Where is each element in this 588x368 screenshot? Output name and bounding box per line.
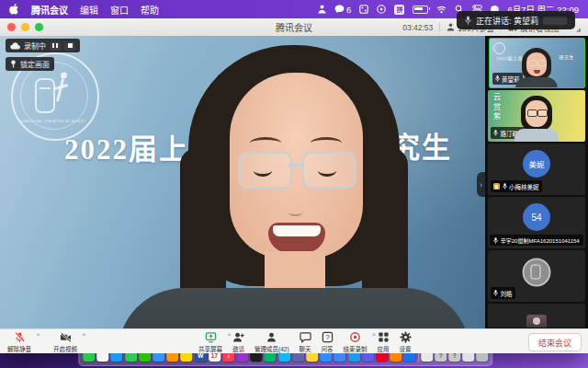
settings-button[interactable]: 设置 (400, 331, 412, 353)
stop-recording-button[interactable] (64, 41, 75, 51)
mic-icon (503, 183, 507, 190)
desktop: 腾讯会议 编辑 窗口 帮助 6 拼 (0, 0, 588, 368)
camera-off-icon (60, 331, 72, 343)
participant-avatar: 54 (523, 203, 550, 231)
menu-help[interactable]: 帮助 (141, 3, 159, 17)
participant-avatar (526, 315, 547, 328)
invite-button[interactable]: 邀请 (232, 331, 244, 353)
share-screen-icon (205, 331, 217, 343)
battery-icon (413, 6, 428, 14)
chevron-up-icon[interactable]: ^ (37, 332, 40, 339)
participant-tile-5[interactable]: 刘皓 (488, 250, 585, 302)
svg-text:?: ? (325, 333, 329, 341)
participants-sidebar: 2022届上海 研究生 黄望莉 云赏紫 (485, 36, 588, 329)
meeting-timer: 03:42:53 (402, 23, 433, 32)
recording-label: 录制中 (24, 40, 46, 51)
cloud-record-icon (10, 42, 20, 50)
recording-badge: 录制中 (6, 39, 80, 52)
chat-icon (300, 331, 311, 343)
participant-tile-4[interactable]: 54 辛宇20摄制MFA1620151041154 (488, 197, 585, 248)
user-status-icon[interactable] (318, 5, 326, 14)
mic-icon (493, 290, 498, 296)
speaking-toast-label: 正在讲话: 黄望莉 (476, 15, 538, 27)
menu-app-name[interactable]: 腾讯会议 (31, 3, 68, 17)
share-screen-button[interactable]: 共享屏幕 ^ (198, 331, 222, 353)
menu-edit[interactable]: 编辑 (80, 3, 98, 17)
tile-bg-text: 研究生 (560, 53, 575, 60)
chat-button[interactable]: 聊天 (300, 331, 311, 353)
qa-icon: ? (322, 331, 334, 343)
qa-button[interactable]: ? 问答 (322, 331, 334, 353)
participant-tile-3[interactable]: 美妮 小梅林美妮 (488, 144, 585, 195)
speaker-face (230, 73, 363, 259)
wechat-status-icon[interactable]: 6 (334, 5, 351, 15)
participant-tile-2[interactable]: 云赏紫 路汀韓妮 (488, 90, 585, 142)
raise-hand-icon (493, 183, 500, 190)
pinned-view-badge: 锁定画面 (6, 57, 54, 71)
participant-avatar-seal (523, 258, 551, 286)
meeting-window: 腾讯会议 03:42:53 199人参会 演讲者视图 ▾ (0, 18, 588, 353)
pin-icon (10, 60, 17, 68)
chevron-up-icon[interactable]: ^ (372, 332, 375, 339)
chevron-up-icon[interactable]: ^ (83, 332, 85, 339)
tile-vertical-text: 云赏紫 (491, 93, 502, 122)
zoom-window-button[interactable] (35, 23, 43, 31)
input-method-icon[interactable]: 拼 (394, 5, 404, 15)
manage-members-button[interactable]: 管理成员(42) (254, 331, 289, 353)
speaking-toast: 正在讲话: 黄望莉 (457, 11, 575, 29)
participants-icon (447, 23, 455, 31)
mic-off-icon (14, 331, 26, 343)
wifi-icon[interactable] (436, 6, 447, 14)
end-meeting-button[interactable]: 结束会议 (528, 333, 582, 351)
invite-icon (232, 331, 244, 343)
participant-tile-huangwangli[interactable]: 2022届上海 研究生 黄望莉 (489, 38, 585, 88)
toast-preview-thumb (543, 17, 567, 25)
participant-name-badge: 刘皓 (491, 287, 515, 299)
pinned-view-label: 锁定画面 (20, 59, 50, 69)
mic-icon (493, 237, 498, 244)
main-video-stage: 录制中 锁定画面 SHANGHAI THEATRE ACADEMY 2022届上… (0, 36, 485, 329)
participant-video-person (515, 48, 558, 88)
meeting-toolbar: 解除静音 ^ 开启视频 ^ 共享屏幕 ^ 邀请 (0, 328, 588, 353)
unmute-button[interactable]: 解除静音 ^ (7, 331, 31, 353)
mic-icon (495, 75, 500, 82)
record-status-icon[interactable] (377, 5, 386, 14)
apps-button[interactable]: 应用 (378, 331, 390, 353)
participant-tile-6[interactable] (488, 304, 585, 328)
minimize-window-button[interactable] (21, 23, 29, 31)
apple-menu-icon[interactable] (9, 4, 19, 15)
participant-name-badge: 小梅林美妮 (491, 180, 542, 192)
window-title: 腾讯会议 (276, 20, 312, 34)
gear-icon (400, 331, 412, 343)
wechat-badge-count: 6 (346, 5, 351, 15)
seal-caption: SHANGHAI THEATRE ACADEMY (11, 119, 96, 123)
mic-icon (465, 16, 471, 25)
sidebar-collapse-handle[interactable]: › (477, 172, 485, 197)
close-window-button[interactable] (7, 23, 16, 31)
game-status-icon[interactable] (359, 5, 368, 14)
divider (439, 23, 440, 32)
mini-seal-icon (493, 42, 505, 54)
chevron-up-icon[interactable]: ^ (228, 332, 231, 339)
participant-video-person (513, 96, 560, 142)
start-video-button[interactable]: 开启视频 ^ (53, 331, 77, 353)
record-stop-icon (349, 331, 361, 343)
participant-avatar: 美妮 (523, 150, 550, 178)
menu-window[interactable]: 窗口 (110, 3, 129, 17)
participant-name-badge: 辛宇20摄制MFA1620151041154 (490, 235, 583, 246)
stop-record-button[interactable]: 结束录制 ^ (344, 331, 368, 353)
speaker-video-person (147, 45, 441, 329)
meeting-content: 录制中 锁定画面 SHANGHAI THEATRE ACADEMY 2022届上… (0, 36, 588, 329)
apps-grid-icon (378, 331, 390, 343)
pause-recording-button[interactable] (50, 41, 61, 51)
members-icon (266, 331, 277, 343)
mic-icon (493, 130, 498, 136)
